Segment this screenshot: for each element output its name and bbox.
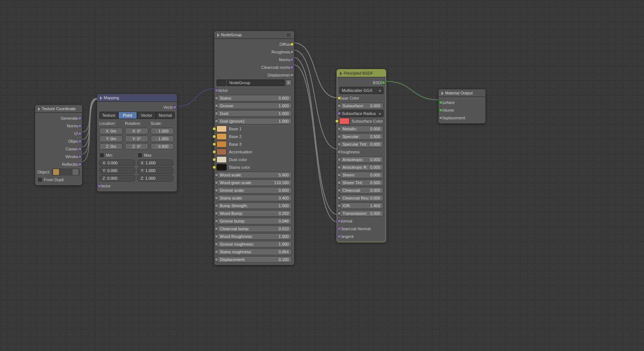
tab-texture[interactable]: Texture bbox=[99, 112, 118, 119]
param-dust-groove[interactable]: Dust (groove):1.000 bbox=[216, 118, 292, 124]
socket-roughness: Roughness bbox=[271, 50, 292, 54]
min-x[interactable]: X: 0.000 bbox=[99, 160, 135, 166]
param-3[interactable]: Stains scale:3.400 bbox=[216, 195, 292, 201]
rot-y[interactable]: Y: 0° bbox=[125, 135, 148, 142]
socket-clearcoat-normal: Clearcoat Normal bbox=[339, 227, 371, 231]
loc-z[interactable]: Z: 0m bbox=[99, 143, 123, 150]
eyedropper-icon bbox=[73, 169, 78, 175]
socket-clearcoat-normal: Clearcoat normal bbox=[261, 65, 292, 70]
param-specular-tint[interactable]: Specular Tint:0.000 bbox=[339, 141, 384, 148]
node-header[interactable]: Mapping bbox=[97, 94, 177, 102]
param-sheen-tint[interactable]: Sheen Tint:0.500 bbox=[339, 179, 384, 186]
param-0[interactable]: Wood scale:5.900 bbox=[216, 172, 292, 178]
socket-tangent: Tangent bbox=[339, 234, 354, 239]
loc-x[interactable]: X: 0m bbox=[99, 128, 123, 134]
scl-z[interactable]: : 9.900 bbox=[151, 143, 174, 150]
param-dust[interactable]: Dust:1.000 bbox=[216, 110, 292, 117]
distribution-dropdown[interactable]: Multiscatter GGX◆ bbox=[339, 87, 384, 94]
cube-icon bbox=[53, 169, 59, 175]
node-header[interactable]: Material Output bbox=[438, 89, 485, 97]
connection-wires bbox=[0, 0, 644, 351]
fake-user-button[interactable]: F bbox=[285, 79, 292, 86]
group-name-field[interactable]: NodeGroup bbox=[227, 79, 285, 86]
min-checkbox[interactable] bbox=[99, 153, 104, 158]
color-base3[interactable] bbox=[216, 141, 227, 148]
param-2[interactable]: Groove scale:0.600 bbox=[216, 187, 292, 194]
color-base1[interactable] bbox=[216, 126, 227, 132]
subsurface-radius-dropdown[interactable]: Subsurface Radius◆ bbox=[339, 110, 384, 117]
socket-normal: Normal bbox=[339, 219, 352, 223]
socket-volume: Volume bbox=[441, 108, 454, 112]
node-header[interactable]: Principled BSDF bbox=[337, 70, 386, 77]
node-material-output[interactable]: Material Output Surface Volume Displacem… bbox=[438, 89, 485, 123]
color-stains[interactable] bbox=[216, 164, 227, 171]
param-specular[interactable]: Specular:0.500 bbox=[339, 133, 384, 140]
min-z[interactable]: Z: 0.000 bbox=[99, 175, 135, 182]
param-5[interactable]: Wood Bump:0.250 bbox=[216, 210, 292, 217]
node-mapping[interactable]: Mapping Vector Texture Point Vector Norm… bbox=[97, 94, 177, 191]
param-anisotropic[interactable]: Anisotropic:0.000 bbox=[339, 156, 384, 163]
scl-x[interactable]: : 1.000 bbox=[151, 128, 174, 134]
param-stains[interactable]: Stains:0.800 bbox=[216, 95, 292, 101]
param-subsurface[interactable]: Subsurface:0.000 bbox=[339, 102, 384, 109]
color-base2[interactable] bbox=[216, 133, 227, 140]
color-dust[interactable] bbox=[216, 156, 227, 163]
color-accentuation[interactable] bbox=[216, 149, 227, 155]
param-8[interactable]: Wood Roughness:1.000 bbox=[216, 233, 292, 240]
tab-normal[interactable]: Normal bbox=[156, 112, 175, 119]
max-checkbox[interactable] bbox=[137, 153, 143, 158]
socket-reflection: Reflection bbox=[62, 162, 80, 167]
socket-base-color: Base Color bbox=[339, 96, 359, 100]
socket-displacement: Displacement bbox=[267, 73, 292, 77]
node-header[interactable]: Texture Coordinate bbox=[35, 105, 82, 113]
max-x[interactable]: X: 1.000 bbox=[137, 160, 173, 166]
param-ior[interactable]: IOR:1.450 bbox=[339, 202, 384, 209]
socket-surface: Surface bbox=[441, 100, 455, 105]
max-y[interactable]: Y: 1.000 bbox=[137, 167, 173, 174]
param-1[interactable]: Wood grain scale:110.100 bbox=[216, 179, 292, 186]
param-9[interactable]: Groove roughness:1.000 bbox=[216, 241, 292, 247]
mapping-type-tabs[interactable]: Texture Point Vector Normal bbox=[99, 112, 175, 119]
min-y[interactable]: Y: 0.000 bbox=[99, 167, 135, 174]
param-10[interactable]: Stains roughness:0.864 bbox=[216, 249, 292, 255]
param-11[interactable]: Displacement:0.100 bbox=[216, 256, 292, 263]
node-header[interactable]: NodeGroup bbox=[214, 31, 294, 39]
param-4[interactable]: Bump Strength:1.000 bbox=[216, 202, 292, 209]
param-transmission[interactable]: Transmission:0.000 bbox=[339, 210, 384, 217]
rot-z[interactable]: Z: 0° bbox=[125, 143, 148, 150]
node-nodegroup[interactable]: NodeGroup Diffuse Roughness Normal Clear… bbox=[214, 31, 294, 265]
socket-generated: Generated bbox=[61, 116, 80, 120]
subsurface-color[interactable] bbox=[339, 118, 349, 124]
expand-icon[interactable] bbox=[286, 33, 291, 38]
socket-displacement: Displacement bbox=[441, 116, 465, 120]
datablock-icon[interactable] bbox=[216, 79, 226, 86]
node-texture-coordinate[interactable]: Texture Coordinate Generated Normal UV O… bbox=[35, 105, 82, 185]
node-principled-bsdf[interactable]: Principled BSDF BSDF Multiscatter GGX◆ B… bbox=[337, 69, 386, 242]
param-anisotropic-r[interactable]: Anisotropic R:0.000 bbox=[339, 164, 384, 171]
param-clearcoat[interactable]: Clearcoat:0.000 bbox=[339, 187, 384, 194]
tab-point[interactable]: Point bbox=[118, 112, 137, 119]
param-7[interactable]: Clearcoat bump:0.010 bbox=[216, 225, 292, 232]
scl-y[interactable]: : 1.000 bbox=[151, 135, 174, 142]
tab-vector[interactable]: Vector bbox=[137, 112, 156, 119]
loc-y[interactable]: Y: 0m bbox=[99, 135, 123, 142]
param-sheen[interactable]: Sheen:0.000 bbox=[339, 172, 384, 178]
param-groove[interactable]: Groove:1.000 bbox=[216, 102, 292, 109]
param-metallic[interactable]: Metallic:0.000 bbox=[339, 126, 384, 132]
max-z[interactable]: Z: 1.000 bbox=[137, 175, 173, 182]
object-picker[interactable] bbox=[52, 168, 80, 176]
socket-roughness: Roughness bbox=[339, 150, 360, 154]
param-clearcoat-rou[interactable]: Clearcoat Rou:0.000 bbox=[339, 195, 384, 201]
param-6[interactable]: Groove bump:0.048 bbox=[216, 218, 292, 224]
from-dupli-checkbox[interactable] bbox=[37, 177, 42, 182]
rot-x[interactable]: X: 0° bbox=[125, 128, 148, 134]
